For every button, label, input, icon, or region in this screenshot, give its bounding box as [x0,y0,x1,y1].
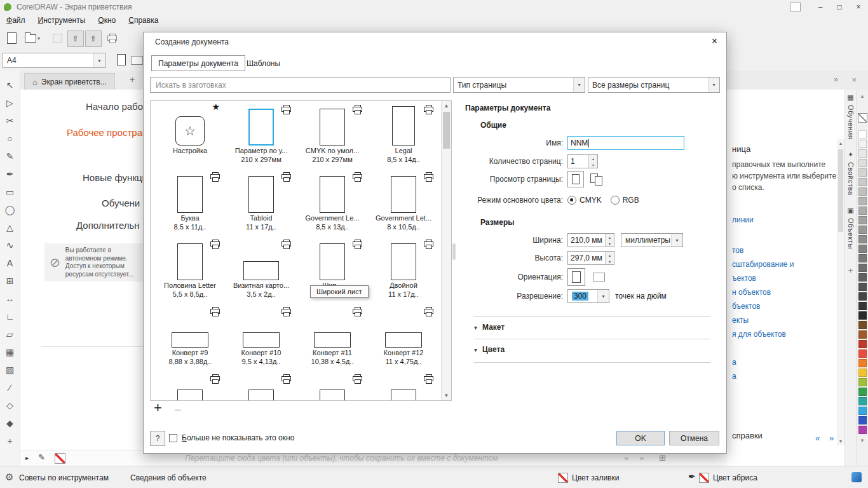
color-swatch[interactable] [858,359,867,367]
shadow-tool[interactable]: ▱ [0,325,20,343]
tab-templates[interactable]: Шаблоны [240,55,287,71]
palette-scroll-down-icon[interactable]: ▾ [861,437,864,444]
color-swatch[interactable] [858,416,867,424]
Двойной[interactable]: ★ ☆ Двойной 11 x 17д.. [368,236,439,303]
CMYK по умол...[interactable]: ★ ☆ CMYK по умол... 210 x 297мм [297,101,368,168]
print-icon[interactable] [104,30,119,46]
sync-cloud-icon[interactable]: ⇧ [85,30,102,47]
outline-color-swatch[interactable] [699,473,709,483]
app-badge-icon[interactable] [790,3,801,11]
docker-help-link[interactable]: линии [732,215,794,225]
add-docker-icon[interactable]: + [848,266,853,275]
Настройка[interactable]: ★ ☆ Настройка [154,101,226,168]
color-swatch[interactable] [858,178,867,186]
docker-help-link[interactable]: н объектов [732,288,794,297]
color-swatch[interactable] [858,340,867,348]
color-swatch[interactable] [858,245,867,253]
docker-tab-learning[interactable]: ▦ Обучения [847,93,855,139]
search-input[interactable]: Искать в заготовках [150,77,451,93]
spin-down-icon[interactable]: ▾ [606,240,614,247]
cancel-button[interactable]: Отмена [669,431,719,445]
color-swatch[interactable] [858,235,867,243]
page-size-combo[interactable]: A4 ▾ [3,53,105,68]
height-stepper[interactable]: 297,0 мм ▴▾ [567,251,614,265]
scroll-up-icon[interactable]: ▲ [837,139,844,147]
color-swatch[interactable] [858,226,867,234]
docker-help-link[interactable]: сштабирование и [732,260,794,269]
palette-scroll-up-icon[interactable]: ▴ [861,93,864,99]
help-button[interactable]: ? [150,431,165,446]
open-document-icon[interactable]: ▾ [22,30,43,46]
pattern-tool[interactable]: ▦ [0,343,20,361]
preset-item[interactable] [297,370,368,401]
docker-tab-properties[interactable]: ✦ Свойства [847,151,855,195]
color-swatch[interactable] [858,168,867,177]
spin-down-icon[interactable]: ▾ [606,258,614,264]
portrait-page-icon[interactable] [117,54,126,65]
help-forward-icon[interactable]: » [829,433,834,443]
rgb-radio[interactable] [611,196,620,205]
preset-item[interactable] [226,370,297,401]
width-stepper[interactable]: 210,0 мм ▴▾ [567,233,614,247]
page-sizes-combo[interactable]: Все размеры страниц ▾ [588,77,720,93]
landscape-button[interactable] [593,273,605,281]
connector-tool[interactable]: ∟ [0,308,20,325]
color-swatch[interactable] [858,254,867,262]
Tabloid[interactable]: ★ ☆ Tabloid 11 x 17д.. [226,168,297,236]
color-swatch[interactable] [858,149,867,158]
close-button[interactable]: × [849,0,868,14]
color-swatch[interactable] [858,130,867,139]
add-preset-button[interactable]: + [154,401,162,415]
color-swatch[interactable] [858,369,867,377]
color-swatch[interactable] [858,426,867,434]
color-swatch[interactable] [858,397,867,405]
palette-no-color-swatch[interactable] [55,453,65,464]
minimize-button[interactable]: – [811,0,830,14]
color-swatch[interactable] [858,197,867,205]
preset-item[interactable] [368,370,439,401]
new-tab-button[interactable]: + [130,74,135,85]
docker-help-link[interactable]: а [732,358,794,367]
palette-edit-icon[interactable]: ✎ [38,452,45,462]
scroll-thumb[interactable] [838,149,843,232]
docker-help-link[interactable]: екты [732,316,794,325]
no-color-swatch[interactable] [858,113,867,123]
color-swatch[interactable] [858,330,867,339]
fill-color-swatch[interactable] [558,473,568,483]
pick-tool[interactable]: ↖ [0,76,20,94]
remove-preset-button[interactable]: − [174,403,182,416]
spiral-tool[interactable]: ∿ [0,236,20,254]
Визитная карто...[interactable]: ★ ☆ Визитная карто... 3,5 x 2д.. [226,236,297,303]
docker-help-link[interactable]: тов [732,246,794,255]
color-swatch[interactable] [858,349,867,358]
text-tool[interactable]: A [0,254,20,272]
docker-help-link[interactable]: а [732,372,794,381]
scroll-down-icon[interactable]: ▼ [442,391,451,400]
bezier-tool[interactable]: ✒ [0,165,20,183]
ok-button[interactable]: OK [616,431,665,445]
dialog-close-icon[interactable]: × [712,36,717,47]
color-swatch[interactable] [858,273,867,281]
docker-help-link[interactable]: я для объектов [732,330,794,339]
resolution-combo[interactable]: 300 ▾ [567,289,609,303]
palette-manager-icon[interactable] [851,472,862,482]
transparency-tool[interactable]: ▨ [0,361,20,379]
single-page-view-button[interactable] [567,171,584,187]
rectangle-tool[interactable]: ▭ [0,183,20,201]
color-swatch[interactable] [858,321,867,329]
Конверт #10[interactable]: ★ ☆ Конверт #10 9,5 x 4,13д.. [226,303,297,370]
color-swatch[interactable] [858,407,867,415]
Конверт #11[interactable]: ★ ☆ Конверт #11 10,38 x 4,5д.. [297,303,368,370]
tab-document-settings[interactable]: Параметры документа [151,55,245,71]
Буква[interactable]: ★ ☆ Буква 8,5 x 11д.. [154,168,226,236]
color-swatch[interactable] [858,216,867,224]
docker-tab-objects[interactable]: ▣ Объекты [847,207,855,249]
dont-show-checkbox[interactable] [169,434,177,442]
Половина Letter[interactable]: ★ ☆ Половина Letter 5,5 x 8,5д.. [154,236,226,303]
color-swatch[interactable] [858,292,867,301]
colors-section-header[interactable]: ▾ Цвета [474,343,505,356]
color-swatch[interactable] [858,311,867,320]
color-swatch[interactable] [858,302,867,310]
color-swatch[interactable] [858,140,867,148]
menu-item[interactable]: Окно [92,16,122,25]
